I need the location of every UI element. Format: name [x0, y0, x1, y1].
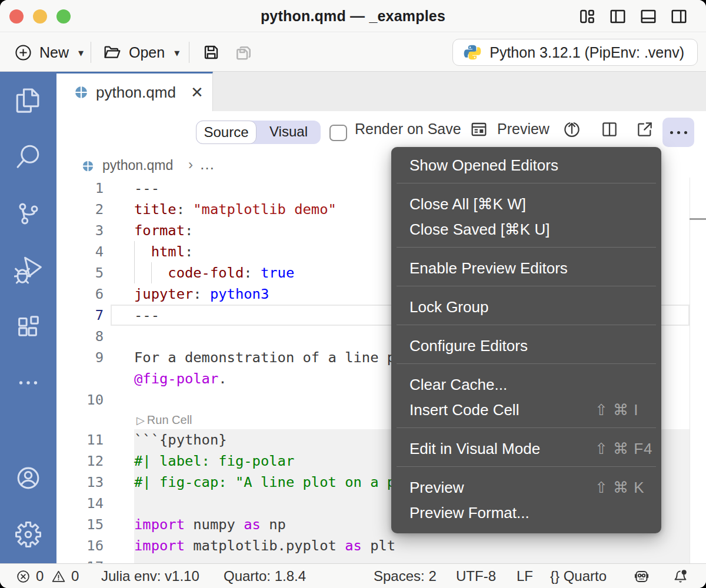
menu-item-shortcut: ⇧ ⌘ F4	[595, 436, 653, 462]
toolbar-separator	[91, 42, 91, 63]
open-label: Open	[129, 44, 165, 61]
menu-item[interactable]: Enable Preview Editors	[391, 256, 661, 281]
account-icon[interactable]	[0, 464, 56, 492]
close-icon[interactable]: ✕	[191, 83, 204, 102]
line-number: 12	[56, 450, 104, 472]
customize-layout-icon[interactable]	[578, 8, 596, 25]
code-line: format:	[134, 220, 193, 241]
open-external-icon[interactable]	[635, 120, 654, 139]
line-number: 15	[56, 514, 104, 535]
eol-status[interactable]: LF	[517, 564, 533, 588]
code-line: html:	[134, 241, 193, 262]
editor-actions-context-menu: Show Opened EditorsClose All [⌘K W]Close…	[391, 147, 661, 533]
menu-item-label: Close All [⌘K W]	[409, 195, 526, 213]
publish-icon[interactable]	[562, 120, 581, 139]
menu-item[interactable]: Close All [⌘K W]	[391, 192, 661, 217]
code-line: ---	[134, 305, 159, 326]
source-visual-toggle: Source Visual	[196, 121, 321, 144]
split-editor-left-icon[interactable]	[609, 8, 627, 25]
interpreter-selector[interactable]: Python 3.12.1 (PipEnv: .venv)	[452, 39, 698, 66]
menu-item[interactable]: Insert Code Cell⇧ ⌘ I	[391, 397, 661, 423]
open-button[interactable]: Open ▾	[102, 33, 179, 72]
menu-separator	[397, 247, 656, 248]
toolbar-separator	[189, 42, 189, 63]
panel-bottom-icon[interactable]	[640, 8, 657, 25]
folder-open-icon	[102, 43, 121, 62]
activity-bar	[0, 72, 56, 563]
menu-item[interactable]: Preview Format...	[391, 500, 661, 526]
code-line: ---	[134, 178, 159, 199]
bell-dot-icon[interactable]	[672, 569, 688, 587]
feedback-icon[interactable]	[634, 569, 650, 587]
language-mode-status[interactable]: {} Quarto	[550, 564, 607, 588]
split-editor-icon[interactable]	[600, 120, 619, 139]
line-number: 17	[56, 556, 104, 563]
render-on-save-checkbox[interactable]	[329, 125, 347, 141]
code-line: @fig-polar.	[134, 368, 227, 389]
indentation-status[interactable]: Spaces: 2	[374, 564, 437, 588]
preview-icon[interactable]	[469, 120, 488, 139]
breadcrumb-symbol[interactable]: …	[199, 153, 215, 178]
code-line: import numpy as np	[134, 514, 286, 535]
menu-item[interactable]: Close Saved [⌘K U]	[391, 217, 661, 242]
line-number: 3	[56, 220, 104, 241]
save-all-button[interactable]	[234, 33, 253, 72]
action-bar: New ▾ Open ▾	[0, 33, 706, 72]
breadcrumb-file[interactable]: python.qmd	[102, 153, 173, 178]
menu-item[interactable]: Configure Editors	[391, 333, 661, 359]
explorer-icon[interactable]	[0, 86, 56, 115]
plus-circle-icon	[15, 44, 32, 61]
menu-item-label: Preview	[409, 479, 464, 496]
chevron-right-icon: ›	[188, 153, 193, 178]
julia-env-status[interactable]: Julia env: v1.10	[101, 564, 199, 588]
python-logo-icon	[464, 44, 481, 61]
more-icon[interactable]	[0, 369, 56, 397]
preview-label[interactable]: Preview	[497, 111, 550, 147]
scrollbar-gutter-line	[690, 178, 690, 563]
new-button[interactable]: New ▾	[15, 33, 84, 72]
menu-item-label: Enable Preview Editors	[409, 259, 568, 277]
tab-label: python.qmd	[96, 83, 176, 102]
menu-item-label: Insert Code Cell	[409, 401, 519, 419]
menu-separator	[397, 427, 656, 428]
save-all-icon	[234, 43, 253, 62]
tab-python-qmd[interactable]: python.qmd ✕	[56, 72, 213, 111]
more-actions-button[interactable]	[662, 118, 694, 147]
positron-window: python.qmd — _examples	[0, 0, 706, 588]
encoding-status[interactable]: UTF-8	[456, 564, 496, 588]
extensions-icon[interactable]	[0, 312, 56, 340]
run-debug-icon[interactable]	[0, 256, 56, 284]
source-control-icon[interactable]	[0, 199, 56, 228]
quarto-icon	[74, 85, 88, 99]
menu-item[interactable]: Edit in Visual Mode⇧ ⌘ F4	[391, 436, 661, 462]
line-number: 14	[56, 493, 104, 514]
source-toggle-button[interactable]: Source	[196, 121, 257, 144]
menu-item-label: Edit in Visual Mode	[409, 440, 540, 457]
ellipsis-icon	[670, 131, 687, 134]
menu-item[interactable]: Lock Group	[391, 295, 661, 320]
menu-item[interactable]: Clear Cache...	[391, 372, 661, 397]
menu-item[interactable]: Preview⇧ ⌘ K	[391, 475, 661, 500]
line-number: 2	[56, 199, 104, 220]
titlebar: python.qmd — _examples	[0, 0, 706, 32]
save-button[interactable]	[202, 33, 220, 72]
line-number: 11	[56, 429, 104, 450]
menu-item[interactable]: Show Opened Editors	[391, 153, 661, 178]
menu-separator	[397, 325, 656, 325]
search-icon[interactable]	[0, 143, 56, 171]
settings-gear-icon[interactable]	[0, 520, 56, 549]
error-count[interactable]: 0	[36, 564, 44, 588]
save-icon	[202, 44, 220, 61]
warning-count[interactable]: 0	[71, 564, 79, 588]
chevron-down-icon: ▾	[174, 46, 179, 59]
visual-toggle-button[interactable]: Visual	[257, 121, 321, 144]
menu-separator	[397, 466, 656, 467]
menu-separator	[397, 286, 656, 286]
new-label: New	[39, 44, 69, 61]
sidebar-right-icon[interactable]	[670, 8, 688, 25]
menu-item-label: Lock Group	[409, 298, 488, 316]
line-number: 10	[56, 389, 104, 410]
line-number: 13	[56, 472, 104, 493]
quarto-version-status[interactable]: Quarto: 1.8.4	[224, 564, 306, 588]
run-cell-codelens[interactable]: ▷Run Cell	[136, 410, 192, 430]
